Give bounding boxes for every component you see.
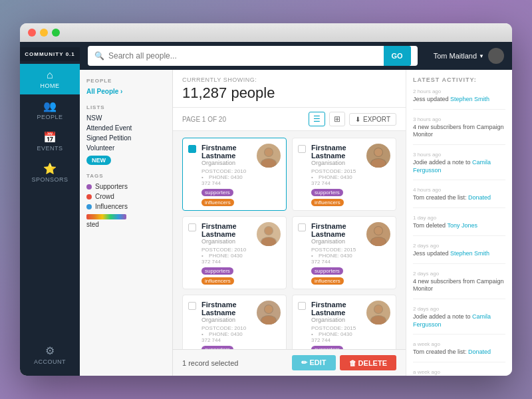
record-count: 1 record selected: [182, 359, 238, 367]
person-card[interactable]: Firstname Lastname Organisation POSTCODE…: [292, 295, 396, 349]
person-card[interactable]: Firstname Lastname Organisation POSTCODE…: [182, 295, 287, 349]
sidebar-item-home[interactable]: ⌂ HOME: [20, 64, 80, 94]
tag-sted[interactable]: [86, 211, 166, 221]
card-meta: POSTCODE: 2015 • PHONE: 0430 372 744: [311, 325, 361, 343]
people-section: PEOPLE All People ›: [86, 78, 166, 96]
list-view-button[interactable]: ☰: [309, 112, 325, 126]
influencers-dot: [86, 204, 92, 209]
tag-sted-label: sted: [86, 221, 99, 228]
card-tags: supporters influencers: [311, 189, 361, 206]
sidebar-item-people[interactable]: 👥 PEOPLE: [20, 94, 80, 126]
phone-label: PHONE: 0430 372 744: [311, 174, 352, 186]
grid-view-button[interactable]: ⊞: [329, 112, 345, 126]
phone-separator: •: [201, 331, 203, 337]
center-panel: CURRENTLY SHOWING: 11,287 people PAGE 1 …: [173, 70, 406, 376]
activity-link[interactable]: Donated: [468, 194, 491, 201]
tag-influencers-pill[interactable]: influencers: [311, 277, 344, 285]
toolbar-right: ☰ ⊞ ⬇ EXPORT: [309, 112, 396, 126]
tag-supporters-pill[interactable]: supporters: [201, 267, 233, 275]
phone-separator: •: [311, 331, 313, 337]
chevron-down-icon: ▼: [479, 53, 484, 59]
tag-crowd[interactable]: Crowd: [86, 192, 166, 201]
list-nsw[interactable]: NSW: [86, 113, 166, 123]
card-name: Firstname Lastname: [201, 144, 251, 160]
currently-showing-label: CURRENTLY SHOWING:: [182, 76, 396, 83]
search-icon: 🔍: [94, 51, 104, 61]
avatar-image: [366, 222, 390, 246]
card-name: Firstname Lastname: [201, 222, 251, 238]
svg-point-22: [374, 305, 382, 313]
all-people-link[interactable]: All People ›: [86, 86, 166, 96]
card-checkbox[interactable]: [188, 145, 196, 153]
tag-supporters-pill[interactable]: supporters: [201, 189, 233, 196]
activity-text: Jess updated Stephen Smith: [413, 250, 505, 258]
user-menu[interactable]: Tom Maitland ▼: [434, 48, 504, 64]
tag-influencers-pill[interactable]: influencers: [311, 199, 344, 206]
go-button[interactable]: GO: [384, 46, 411, 66]
card-info: Firstname Lastname Organisation POSTCODE…: [201, 144, 251, 206]
tag-supporters-pill[interactable]: supporters: [201, 346, 233, 349]
tag-supporters-pill[interactable]: supporters: [311, 267, 343, 275]
activity-item: 2 days agoJess updated Stephen Smith: [413, 243, 505, 264]
card-org: Organisation: [311, 238, 361, 245]
card-checkbox[interactable]: [188, 302, 196, 310]
card-info: Firstname Lastname Organisation POSTCODE…: [311, 222, 361, 285]
tag-supporters[interactable]: Supporters: [86, 182, 166, 192]
sidebar-item-label: EVENTS: [37, 145, 63, 152]
sidebar-item-account[interactable]: ⚙ ACCOUNT: [20, 339, 80, 370]
delete-button[interactable]: 🗑 DELETE: [340, 355, 396, 370]
activity-link[interactable]: Tony Jones: [447, 222, 477, 229]
avatar-image: [366, 301, 390, 325]
activity-link[interactable]: Camila Fergusson: [413, 159, 491, 174]
activity-item: 3 hours agoJodie added a note to Camila …: [413, 152, 505, 180]
card-tags: supporters influencers: [201, 346, 251, 349]
activity-text: Jodie added a note to Camila Fergusson: [413, 313, 505, 329]
person-card[interactable]: Firstname Lastname Organisation POSTCODE…: [292, 138, 396, 211]
list-attended-event[interactable]: Attended Event: [86, 123, 166, 133]
tag-influencers-pill[interactable]: influencers: [201, 277, 234, 285]
activity-link[interactable]: Donated: [468, 348, 491, 355]
export-label: EXPORT: [363, 116, 390, 123]
activity-link[interactable]: Stephen Smith: [450, 96, 489, 102]
new-list-button[interactable]: NEW: [86, 156, 111, 165]
activity-time: 2 days ago: [413, 243, 505, 249]
tag-influencers[interactable]: Influencers: [86, 201, 166, 211]
tag-influencers-pill[interactable]: influencers: [201, 199, 234, 206]
card-checkbox[interactable]: [188, 223, 196, 231]
search-input[interactable]: [108, 51, 386, 61]
tag-supporters-pill[interactable]: supporters: [311, 189, 343, 196]
card-checkbox[interactable]: [298, 223, 306, 231]
tag-supporters-pill[interactable]: supporters: [311, 346, 343, 349]
sidebar-item-sponsors[interactable]: ⭐ SPONSORS: [20, 157, 80, 188]
activity-text: Jess updated Stephen Smith: [413, 96, 505, 104]
card-checkbox[interactable]: [298, 145, 306, 153]
sponsors-icon: ⭐: [43, 162, 57, 175]
sidebar-item-events[interactable]: 📅 EVENTS: [20, 126, 80, 157]
person-card[interactable]: Firstname Lastname Organisation POSTCODE…: [292, 216, 396, 289]
people-count: 11,287 people: [182, 84, 396, 102]
activity-item: a week agoTom deleted Tony Jones: [413, 369, 505, 376]
card-meta: POSTCODE: 2010 • PHONE: 0430 372 744: [201, 325, 251, 343]
list-signed-petition[interactable]: Signed Petition: [86, 133, 166, 143]
activity-link[interactable]: Camila Fergusson: [413, 313, 491, 328]
bottom-bar: 1 record selected ✏ EDIT 🗑 DELETE: [173, 349, 406, 376]
minimize-button[interactable]: [40, 29, 48, 37]
list-volunteer[interactable]: Volunteer: [86, 143, 166, 153]
activity-link[interactable]: Stephen Smith: [450, 250, 489, 257]
postcode-label: POSTCODE: 2010: [201, 247, 246, 253]
card-checkbox[interactable]: [298, 302, 306, 310]
card-avatar: [257, 301, 281, 325]
activity-item: 2 days agoJodie added a note to Camila F…: [413, 306, 505, 334]
people-section-title: PEOPLE: [86, 78, 166, 84]
close-button[interactable]: [28, 29, 36, 37]
card-name: Firstname Lastname: [311, 301, 361, 317]
person-card[interactable]: Firstname Lastname Organisation POSTCODE…: [182, 216, 287, 289]
person-card[interactable]: Firstname Lastname Organisation POSTCODE…: [182, 138, 287, 211]
maximize-button[interactable]: [52, 29, 60, 37]
activity-text: Tom created the list: Donated: [413, 194, 505, 202]
avatar-image: [257, 222, 281, 246]
edit-button[interactable]: ✏ EDIT: [292, 355, 335, 370]
export-button[interactable]: ⬇ EXPORT: [349, 113, 396, 126]
download-icon: ⬇: [355, 116, 360, 123]
activity-time: 2 days ago: [413, 271, 505, 277]
